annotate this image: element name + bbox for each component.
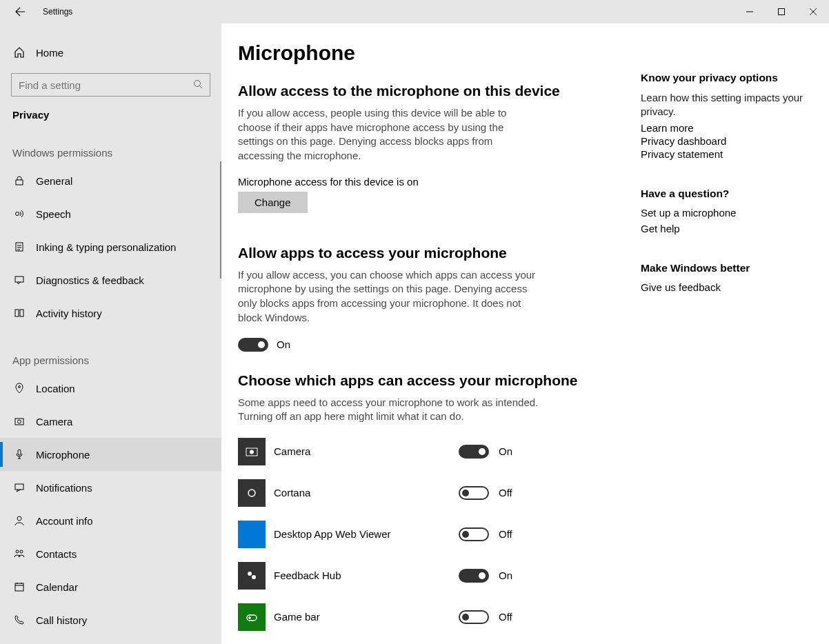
section2-title: Allow apps to access your microphone [238,245,619,261]
app-name: Camera [274,445,459,457]
svg-point-18 [250,450,254,454]
page-title: Microphone [238,41,619,65]
account-icon [12,515,26,526]
link-privacy-dashboard[interactable]: Privacy dashboard [641,135,803,147]
svg-point-20 [248,572,252,576]
privacy-options-desc: Learn how this setting impacts your priv… [641,91,803,118]
sidebar-scroll[interactable]: Windows permissions General Speech Inkin… [0,139,221,644]
link-learn-more[interactable]: Learn more [641,122,803,134]
section3-desc: Some apps need to access your microphone… [238,396,541,424]
sidebar-category: Privacy [0,105,221,139]
mic-access-status: Microphone access for this device is on [238,176,619,188]
speech-icon [12,208,26,219]
location-icon [12,383,26,394]
section3-title: Choose which apps can access your microp… [238,372,619,389]
right-pane: Know your privacy options Learn how this… [635,23,815,644]
maximize-button[interactable] [766,0,797,23]
app-toggle[interactable] [459,569,489,583]
content: Microphone Allow access to the microphon… [221,23,635,644]
sidebar-item-general[interactable]: General [0,164,221,197]
nav-label: Speech [36,208,71,220]
title-bar: Settings [0,0,829,23]
sidebar-item-camera[interactable]: Camera [0,405,221,438]
search-box[interactable] [11,73,210,97]
sidebar-item-account[interactable]: Account info [0,504,221,537]
svg-point-21 [252,575,256,579]
svg-rect-7 [20,310,23,316]
history-icon [12,308,26,319]
svg-point-10 [18,420,21,423]
app-row: Game barOff [238,596,619,638]
svg-rect-0 [779,9,785,15]
microphone-icon [12,449,26,460]
svg-rect-11 [18,450,21,455]
sidebar-item-call-history[interactable]: Call history [0,603,221,636]
app-icon [238,562,266,590]
sidebar-item-notifications[interactable]: Notifications [0,471,221,504]
svg-point-1 [194,80,201,86]
app-toggle[interactable] [459,527,489,541]
sidebar-item-inking[interactable]: Inking & typing personalization [0,230,221,263]
layout: Home Privacy Windows permissions General… [0,23,829,644]
app-toggle-label: On [499,445,512,457]
app-name: Desktop App Web Viewer [274,528,459,540]
section1-title: Allow access to the microphone on this d… [238,83,619,99]
arrow-left-icon [14,6,26,17]
nav-label: Inking & typing personalization [36,241,176,253]
apps-access-toggle[interactable] [238,338,268,352]
sidebar-item-contacts[interactable]: Contacts [0,537,221,570]
contacts-icon [12,548,26,559]
sidebar-item-location[interactable]: Location [0,372,221,405]
minimize-button[interactable] [734,0,766,23]
sidebar-home[interactable]: Home [0,37,221,68]
sidebar: Home Privacy Windows permissions General… [0,23,221,644]
app-name: Feedback Hub [274,570,459,581]
app-toggle[interactable] [459,486,489,500]
link-setup-mic[interactable]: Set up a microphone [641,207,803,219]
sidebar-scrollbar[interactable] [220,161,221,279]
nav-label: Microphone [36,449,90,461]
window-title: Settings [43,7,72,17]
nav-label: Account info [36,515,93,527]
search-input[interactable] [19,79,193,91]
sidebar-item-activity[interactable]: Activity history [0,296,221,330]
home-icon [12,46,26,59]
svg-point-19 [248,490,255,496]
app-toggle[interactable] [459,610,489,624]
privacy-options-heading: Know your privacy options [641,72,803,84]
home-label: Home [36,47,63,59]
minimize-icon [746,8,753,15]
svg-rect-6 [15,310,19,316]
app-toggle-label: Off [499,611,512,623]
sidebar-item-calendar[interactable]: Calendar [0,570,221,603]
app-row: Feedback HubOn [238,555,619,596]
change-button[interactable]: Change [238,192,308,213]
sidebar-item-speech[interactable]: Speech [0,197,221,230]
sidebar-item-microphone[interactable]: Microphone [0,438,221,471]
group-windows-permissions: Windows permissions [0,139,221,164]
link-give-feedback[interactable]: Give us feedback [641,281,803,293]
nav-label: Contacts [36,548,77,560]
calendar-icon [12,581,26,592]
svg-rect-16 [15,583,23,591]
app-icon [238,603,266,631]
nav-label: Call history [36,614,87,626]
app-name: Cortana [274,487,459,499]
question-block: Have a question? Set up a microphone Get… [641,188,803,234]
link-privacy-statement[interactable]: Privacy statement [641,148,803,160]
svg-point-3 [16,212,19,216]
link-get-help[interactable]: Get help [641,223,803,234]
svg-point-13 [17,516,21,521]
nav-label: Notifications [36,482,92,494]
app-row: CortanaOff [238,472,619,514]
question-heading: Have a question? [641,188,803,200]
app-toggle[interactable] [459,445,489,459]
sidebar-item-diagnostics[interactable]: Diagnostics & feedback [0,263,221,296]
camera-icon [12,416,26,427]
close-button[interactable] [797,0,829,23]
group-app-permissions: App permissions [0,346,221,372]
lock-icon [12,175,26,186]
svg-rect-9 [15,419,23,425]
app-icon [238,479,266,507]
back-button[interactable] [12,4,28,19]
